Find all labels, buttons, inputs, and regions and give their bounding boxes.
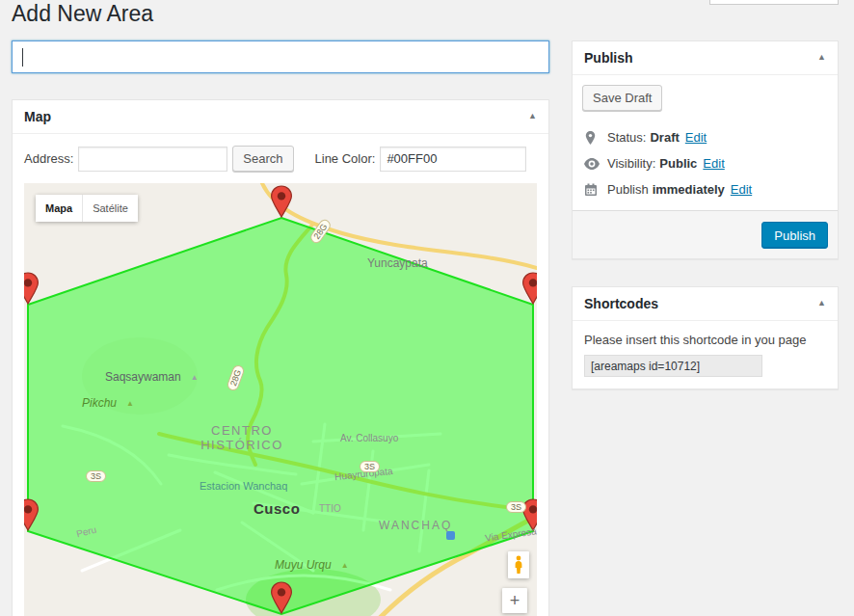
save-draft-row: Save Draft xyxy=(573,85,838,124)
map-metabox-header[interactable]: Map ▲ xyxy=(13,100,548,134)
title-field-wrap xyxy=(12,40,549,73)
pegman-icon[interactable] xyxy=(508,551,529,578)
map-canvas[interactable]: Yuncaypata Saqsaywaman▲ Pikchu▲ CENTRO H… xyxy=(24,183,537,616)
publish-metabox-header[interactable]: Publish ▲ xyxy=(573,41,838,75)
page-title: Add New Area xyxy=(12,0,153,28)
map-marker[interactable] xyxy=(24,498,40,531)
publish-metabox-title: Publish xyxy=(584,50,633,66)
shortcode-value-field[interactable] xyxy=(584,355,762,377)
map-overlay-layer xyxy=(24,183,537,616)
zoom-in-button[interactable]: + xyxy=(502,588,527,613)
publish-metabox: Publish ▲ Save Draft Status: Draft Edit … xyxy=(572,40,839,259)
edit-visibility-link[interactable]: Edit xyxy=(703,156,724,171)
collapse-arrow-icon[interactable]: ▲ xyxy=(817,298,826,308)
visibility-value: Public xyxy=(659,156,697,171)
screen-options-tab[interactable] xyxy=(709,0,839,5)
map-metabox-body: Address: Search Line Color: xyxy=(13,134,548,616)
address-input[interactable] xyxy=(78,147,227,172)
shortcodes-metabox-title: Shortcodes xyxy=(584,296,658,311)
address-row: Address: Search Line Color: xyxy=(24,146,537,172)
shortcodes-metabox-header[interactable]: Shortcodes ▲ xyxy=(573,287,838,321)
search-button[interactable]: Search xyxy=(232,146,293,172)
area-polygon[interactable] xyxy=(28,218,533,614)
map-type-control: Mapa Satélite xyxy=(36,195,138,222)
publish-time-row: Publish immediately Edit xyxy=(573,176,838,202)
map-type-map-button[interactable]: Mapa xyxy=(36,195,82,222)
add-new-area-page: Add New Area Map ▲ Address: Search Line … xyxy=(0,0,854,616)
collapse-arrow-icon[interactable]: ▲ xyxy=(817,52,826,62)
edit-publish-time-link[interactable]: Edit xyxy=(731,182,752,197)
map-metabox-title: Map xyxy=(24,109,51,124)
map-marker[interactable] xyxy=(521,498,537,531)
map-marker[interactable] xyxy=(521,272,537,305)
save-draft-button[interactable]: Save Draft xyxy=(582,85,662,111)
address-label: Address: xyxy=(24,151,73,166)
status-label: Status: xyxy=(607,130,646,145)
area-title-input[interactable] xyxy=(12,40,549,73)
status-value: Draft xyxy=(650,130,679,145)
publish-time-value: immediately xyxy=(653,182,725,197)
map-type-satellite-button[interactable]: Satélite xyxy=(82,195,138,222)
map-marker[interactable] xyxy=(24,272,40,305)
line-color-input[interactable] xyxy=(380,147,526,172)
edit-status-link[interactable]: Edit xyxy=(685,130,707,145)
shortcode-instruction: Please insert this shortcode in you page xyxy=(584,333,826,347)
line-color-label: Line Color: xyxy=(315,151,376,166)
calendar-icon xyxy=(584,183,600,197)
publish-button[interactable]: Publish xyxy=(761,222,828,249)
visibility-eye-icon xyxy=(584,158,600,170)
map-metabox: Map ▲ Address: Search Line Color: xyxy=(12,99,549,616)
post-status-icon xyxy=(584,131,600,145)
status-row: Status: Draft Edit xyxy=(573,124,838,150)
collapse-arrow-icon[interactable]: ▲ xyxy=(528,111,537,121)
text-caret xyxy=(22,48,23,67)
visibility-label: Visibility: xyxy=(607,156,655,171)
publish-time-label: Publish xyxy=(607,182,649,197)
map-marker[interactable] xyxy=(270,581,293,614)
visibility-row: Visibility: Public Edit xyxy=(573,150,838,176)
shortcodes-metabox: Shortcodes ▲ Please insert this shortcod… xyxy=(572,286,839,389)
map-marker[interactable] xyxy=(270,185,293,218)
major-publishing-actions: Publish xyxy=(573,210,838,258)
